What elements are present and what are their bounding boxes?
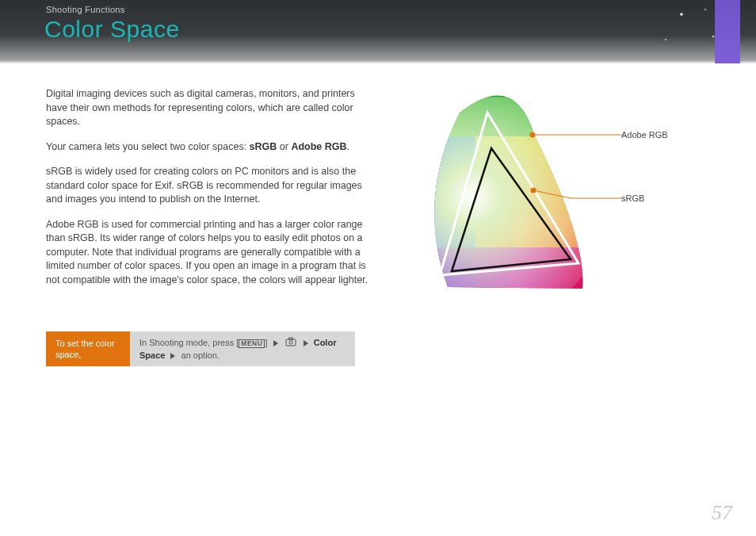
paragraph-2: Your camera lets you select two color sp… (46, 140, 379, 155)
label-srgb: sRGB (621, 193, 644, 203)
instr-text-c: an option. (181, 350, 220, 360)
arrow-right-icon (273, 340, 278, 346)
body-text: Digital imaging devices such as digital … (46, 87, 379, 298)
paragraph-4: Adobe RGB is used for commercial printin… (46, 218, 379, 288)
p2-srgb: sRGB (250, 141, 277, 152)
menu-button-icon: MENU (239, 339, 265, 348)
p2-text-e: . (347, 141, 349, 152)
instruction-box: To set the color space, In Shooting mode… (46, 331, 355, 366)
label-adobe-rgb: Adobe RGB (621, 130, 668, 140)
color-space-diagram (404, 89, 626, 314)
camera-icon (285, 337, 296, 349)
paragraph-1: Digital imaging devices such as digital … (46, 87, 379, 129)
svg-rect-1 (288, 338, 292, 340)
page-title: Color Space (44, 16, 180, 43)
paragraph-3: sRGB is widely used for creating colors … (46, 165, 379, 207)
instruction-label: To set the color space, (46, 331, 130, 366)
breadcrumb: Shooting Functions (46, 5, 125, 14)
svg-rect-0 (286, 339, 296, 346)
arrow-right-icon (304, 340, 308, 346)
arrow-right-icon (170, 353, 175, 359)
side-tab (715, 0, 740, 63)
instr-text-a: In Shooting mode, press [ (139, 338, 239, 347)
p2-text-c: or (277, 141, 291, 152)
p2-adobe: Adobe RGB (291, 141, 346, 152)
instruction-steps: In Shooting mode, press [MENU] Color Spa… (130, 331, 355, 366)
instr-text-b: ] (265, 338, 269, 347)
svg-point-7 (404, 97, 606, 311)
page-header: Shooting Functions Color Space (0, 0, 756, 63)
svg-point-2 (289, 341, 292, 344)
page-number: 57 (712, 501, 732, 525)
p2-text-a: Your camera lets you select two color sp… (46, 141, 250, 152)
